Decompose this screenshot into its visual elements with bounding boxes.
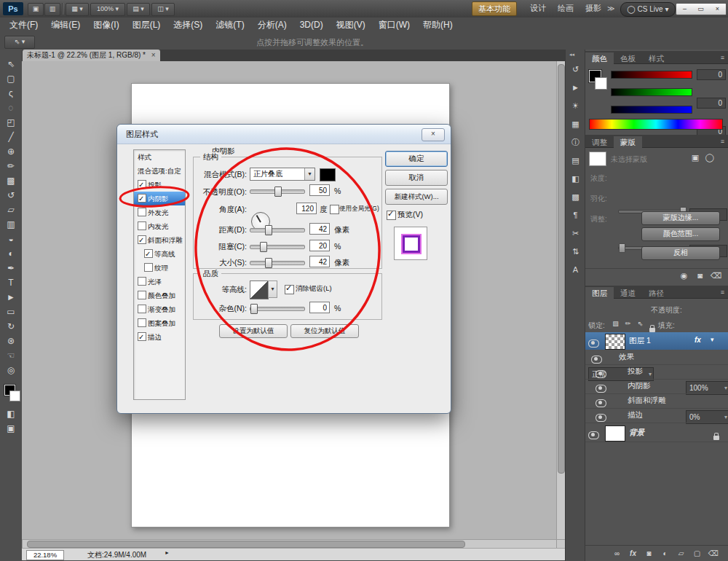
- mask-delete-icon[interactable]: ⌫: [708, 269, 724, 283]
- new-group-icon[interactable]: ▱: [673, 546, 689, 560]
- collapse-effects-icon[interactable]: ▾: [711, 336, 714, 343]
- workspace-design-button[interactable]: 设计: [524, 1, 552, 15]
- lock-position-icon[interactable]: ⇖: [635, 318, 646, 329]
- hand-tool[interactable]: ☜: [3, 348, 19, 363]
- new-layer-icon[interactable]: ▢: [689, 546, 705, 560]
- green-value-field[interactable]: 0: [697, 98, 726, 109]
- clone-stamp-tool[interactable]: ▩: [3, 173, 19, 188]
- red-slider-ramp[interactable]: [611, 71, 692, 79]
- menu-3d[interactable]: 3D(D): [293, 17, 330, 33]
- effect-checkbox[interactable]: [138, 305, 146, 313]
- pen-tool[interactable]: ✒: [3, 261, 19, 275]
- effect-item-stroke[interactable]: 描边: [134, 330, 185, 344]
- menu-filter[interactable]: 滤镜(T): [209, 17, 250, 33]
- workspace-painting-button[interactable]: 绘画: [552, 1, 579, 15]
- distance-input[interactable]: [309, 223, 330, 235]
- status-menu-arrow-icon[interactable]: ►: [165, 550, 170, 555]
- layer-row-layer1[interactable]: 图层 1 fx ▾: [585, 332, 728, 350]
- effect-row-bevel-emboss[interactable]: 斜面和浮雕: [585, 393, 728, 409]
- visibility-toggle[interactable]: [588, 429, 599, 442]
- tab-masks[interactable]: 蒙版: [614, 136, 642, 148]
- menu-help[interactable]: 帮助(H): [416, 17, 459, 33]
- menu-file[interactable]: 文件(F): [3, 17, 44, 33]
- panel-menu-icon[interactable]: ≡: [721, 54, 724, 61]
- eraser-tool[interactable]: ▱: [3, 203, 19, 217]
- workspace-photography-button[interactable]: 摄影: [579, 1, 607, 15]
- panel-swatches-icon[interactable]: ▩: [568, 190, 583, 204]
- new-fill-adjustment-icon[interactable]: ◐: [657, 546, 673, 560]
- tab-color[interactable]: 颜色: [585, 52, 614, 64]
- invert-button[interactable]: 反相: [641, 246, 720, 260]
- window-close-button[interactable]: ×: [709, 3, 727, 15]
- tab-layers[interactable]: 图层: [585, 287, 614, 299]
- mask-load-selection-icon[interactable]: ◉: [676, 269, 692, 283]
- tab-close-icon[interactable]: ×: [151, 51, 156, 59]
- effect-item-satin[interactable]: 光泽: [134, 275, 185, 289]
- panel-menu-icon[interactable]: ≡: [721, 289, 724, 296]
- effects-row-label[interactable]: 效果: [619, 352, 634, 362]
- add-layer-style-icon[interactable]: fx: [625, 546, 641, 560]
- make-default-button[interactable]: 设置为默认值: [219, 324, 288, 338]
- menu-layer[interactable]: 图层(L): [126, 17, 167, 33]
- panel-character-icon[interactable]: A: [568, 263, 583, 277]
- effect-item-outer-glow[interactable]: 外发光: [134, 205, 185, 219]
- layer-fx-badge[interactable]: fx: [695, 336, 701, 344]
- effect-checkbox[interactable]: [138, 332, 146, 341]
- background-color-swatch[interactable]: [9, 391, 20, 401]
- add-layer-mask-icon[interactable]: ◙: [641, 546, 657, 560]
- effect-item-color-overlay[interactable]: 颜色叠加: [134, 289, 185, 302]
- tab-adjustments[interactable]: 调整: [585, 136, 614, 148]
- effect-row-label[interactable]: 内阴影: [628, 381, 651, 391]
- tab-channels[interactable]: 通道: [614, 287, 642, 299]
- effect-item-drop-shadow[interactable]: 投影: [134, 178, 185, 192]
- bridge-icon[interactable]: ▣: [28, 3, 44, 16]
- gradient-tool[interactable]: ▥: [3, 217, 19, 232]
- window-maximize-button[interactable]: ▭: [692, 3, 710, 15]
- document-tab[interactable]: 未标题-1 @ 22.2% (图层 1, RGB/8) * ×: [23, 50, 160, 61]
- panel-paragraph-icon[interactable]: ¶: [568, 208, 583, 222]
- lock-pixels-icon[interactable]: ✏: [622, 318, 633, 329]
- status-zoom-field[interactable]: 22.18%: [26, 550, 64, 560]
- effect-checkbox[interactable]: [144, 249, 153, 258]
- vertical-scrollbar-thumb[interactable]: [558, 64, 565, 474]
- shadow-color-swatch[interactable]: [320, 168, 336, 181]
- zoom-level-control[interactable]: 100% ▾: [90, 3, 125, 16]
- angle-input[interactable]: [296, 203, 317, 214]
- choke-input[interactable]: [309, 240, 330, 251]
- tool-preset-picker[interactable]: ⇖ ▾: [4, 36, 35, 49]
- tab-paths[interactable]: 路径: [642, 287, 670, 299]
- effect-checkbox[interactable]: [138, 235, 146, 244]
- add-pixel-mask-icon[interactable]: ▣: [689, 152, 701, 163]
- shape-tool[interactable]: ▭: [3, 305, 19, 319]
- add-vector-mask-icon[interactable]: ◯: [704, 152, 716, 163]
- color-range-button[interactable]: 颜色范围...: [641, 227, 720, 241]
- crop-tool[interactable]: ◰: [3, 115, 19, 130]
- effect-checkbox[interactable]: [138, 291, 146, 299]
- panel-clone-source-icon[interactable]: ⇅: [568, 245, 583, 259]
- dialog-close-button[interactable]: ×: [422, 128, 445, 141]
- blend-mode-select[interactable]: 正片叠底▾: [250, 168, 315, 181]
- distance-slider-thumb[interactable]: [265, 225, 272, 235]
- dialog-titlebar[interactable]: 图层样式 ×: [117, 125, 451, 144]
- lock-transparency-icon[interactable]: ▨: [610, 318, 621, 329]
- effect-item-texture[interactable]: 纹理: [134, 261, 185, 275]
- green-slider-ramp[interactable]: [611, 88, 692, 96]
- healing-brush-tool[interactable]: ⊕: [3, 144, 19, 159]
- lasso-tool[interactable]: ς: [3, 86, 19, 101]
- effect-checkbox[interactable]: [138, 318, 146, 327]
- cancel-button[interactable]: 取消: [385, 170, 448, 186]
- blue-slider-ramp[interactable]: [611, 106, 692, 114]
- effect-row-label[interactable]: 描边: [628, 410, 643, 420]
- size-slider-thumb[interactable]: [265, 258, 272, 268]
- zoom-tool[interactable]: ◎: [3, 363, 19, 377]
- blending-options-item[interactable]: 混合选项:自定: [134, 164, 185, 178]
- opacity-input[interactable]: [309, 184, 330, 196]
- size-input[interactable]: [309, 256, 330, 267]
- panel-histogram-icon[interactable]: ▤: [568, 154, 583, 168]
- move-tool[interactable]: ⇖: [3, 57, 19, 71]
- quick-selection-tool[interactable]: ◌: [3, 101, 19, 115]
- menu-edit[interactable]: 编辑(E): [44, 17, 87, 33]
- screen-mode-button[interactable]: ▣: [3, 421, 19, 436]
- blur-tool[interactable]: ◒: [3, 232, 19, 246]
- effect-row-label[interactable]: 投影: [628, 366, 643, 377]
